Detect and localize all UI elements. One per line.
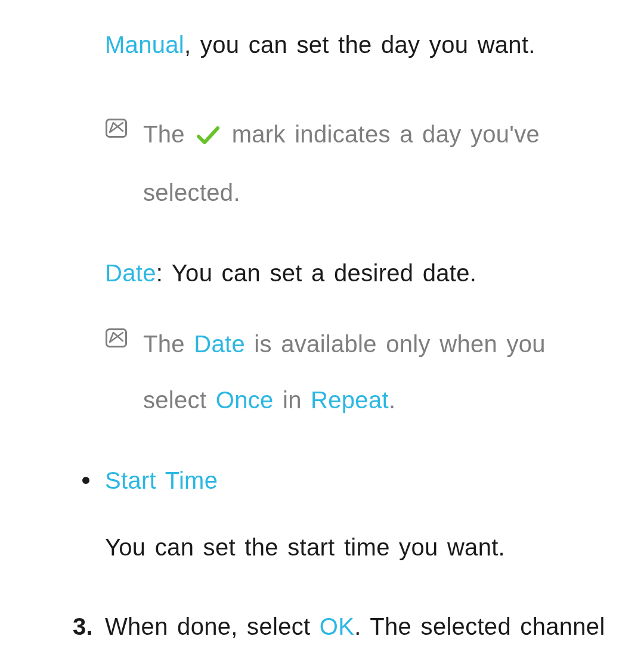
keyword-date-2: Date	[194, 331, 245, 357]
note-date-availability: The Date is available only when you sele…	[105, 316, 615, 428]
text-date: : You can set a desired date.	[156, 260, 477, 286]
bullet-start-time: Start Time You can set the start time yo…	[105, 461, 615, 566]
note-text-pre: The	[143, 121, 194, 147]
bullet-dot-icon	[82, 477, 89, 484]
keyword-repeat: Repeat	[311, 387, 389, 413]
keyword-manual: Manual	[105, 32, 184, 58]
keyword-once: Once	[216, 387, 274, 413]
note2-end: .	[389, 387, 395, 413]
checkmark-icon	[196, 108, 220, 164]
note-icon	[105, 328, 128, 348]
note2-pre: The	[143, 331, 194, 357]
step-3: 3. When done, select OK. The selected ch…	[105, 598, 615, 658]
document-content: Manual, you can set the day you want. Th…	[0, 0, 644, 658]
paragraph-date: Date: You can set a desired date.	[105, 254, 615, 292]
paragraph-manual: Manual, you can set the day you want.	[105, 17, 615, 73]
step-number: 3.	[73, 598, 93, 654]
step3-pre: When done, select	[105, 613, 320, 640]
note2-mid2: in	[274, 387, 311, 413]
keyword-date: Date	[105, 260, 156, 286]
keyword-ok: OK	[320, 613, 354, 640]
note-checkmark: The mark indicates a day you've selected…	[105, 106, 615, 221]
text-manual: , you can set the day you want.	[184, 32, 535, 58]
heading-start-time: Start Time	[105, 461, 615, 499]
text-start-time: You can set the start time you want.	[105, 528, 615, 566]
note-icon	[105, 118, 128, 138]
